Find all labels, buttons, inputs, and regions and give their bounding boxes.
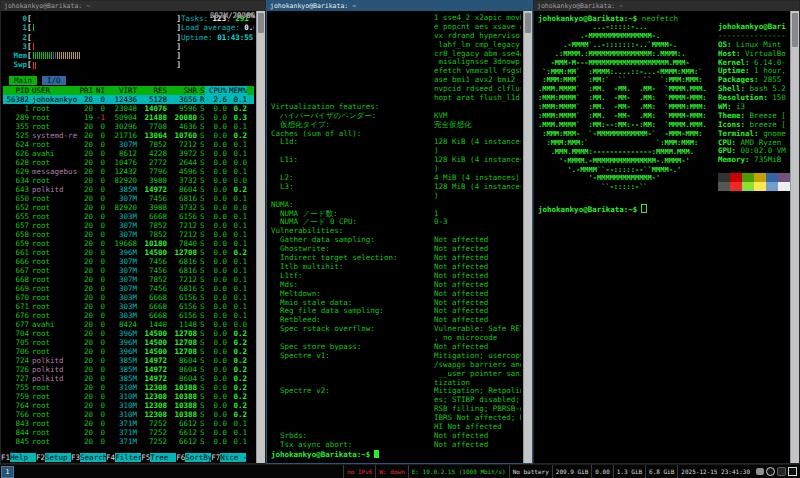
scrollbar[interactable]	[256, 11, 265, 463]
process-row[interactable]: 676 root 20 0 303M 6668 6156 S 0.0 0.1	[3, 311, 254, 320]
process-row[interactable]: 759 root 20 0 310M 12308 10388 S 0.0 0.2	[3, 392, 254, 401]
scrollbar-thumb[interactable]	[525, 13, 531, 33]
process-row[interactable]: 661 root 20 0 396M 14500 12708 S 0.0 0.2	[3, 248, 254, 257]
tray-icon-2[interactable]	[766, 467, 775, 476]
ni-cell: 0	[93, 320, 105, 329]
mem-cell: 0.1	[227, 221, 247, 230]
lscpu-line: Tsx async abort:Not affected	[271, 441, 521, 450]
process-row[interactable]: 657 root 20 0 307M 7852 7212 S 0.0 0.1	[3, 221, 254, 230]
process-row[interactable]: 726 polkitd 20 0 385M 14972 8604 S 0.0 0…	[3, 365, 254, 374]
state-cell: S	[197, 401, 205, 410]
process-row[interactable]: 755 root 20 0 310M 12308 10388 S 0.0 0.2	[3, 383, 254, 392]
col-ni[interactable]: NI	[93, 86, 105, 95]
process-row[interactable]: 671 root 20 0 303M 6668 6156 S 0.0 0.1	[3, 302, 254, 311]
process-row[interactable]: 634 root 20 0 82920 3988 3732 S 0.0 0.0	[3, 176, 254, 185]
state-cell: S	[197, 419, 205, 428]
process-row[interactable]: 724 polkitd 20 0 385M 14972 8604 S 0.0 0…	[3, 356, 254, 365]
scrollbar[interactable]	[523, 11, 532, 463]
process-row[interactable]: 668 root 20 0 307M 7852 7212 S 0.0 0.1	[3, 275, 254, 284]
function-key-button[interactable]: F1Help	[1, 453, 36, 462]
pri-cell: 20	[79, 293, 93, 302]
function-key-button[interactable]: F5Tree	[141, 453, 176, 462]
scrollbar[interactable]	[790, 11, 799, 463]
process-row[interactable]: 704 root 20 0 396M 14500 12708 S 0.0 0.2	[3, 329, 254, 338]
window-title[interactable]: johokankyo@Barikata: ~	[1, 1, 265, 11]
process-row[interactable]: 624 root 20 0 307M 7852 7212 S 0.0 0.1	[3, 140, 254, 149]
terminal-window-htop[interactable]: johokankyo@Barikata: ~ 0[0.0%]	[0, 0, 266, 464]
lscpu-line: misalignsse 3dnowpr	[271, 58, 521, 67]
process-row[interactable]: 764 root 20 0 310M 12308 10388 S 0.0 0.2	[3, 401, 254, 410]
col-pid[interactable]: PID	[3, 86, 29, 95]
process-row[interactable]: 845 root 20 0 371M 7252 6612 S 0.0 0.1	[3, 437, 254, 446]
shr-cell: 8604	[167, 185, 197, 194]
scrollbar-thumb[interactable]	[258, 13, 264, 33]
pid-cell: 643	[3, 185, 29, 194]
function-key-button[interactable]: F8N	[246, 453, 247, 462]
process-row[interactable]: 843 root 20 0 371M 7252 6612 S 0.0 0.1	[3, 419, 254, 428]
process-row[interactable]: 525 systemd-re 20 0 21716 13064 10760 S …	[3, 131, 254, 140]
ni-cell: 0	[93, 311, 105, 320]
col-virt[interactable]: VIRT	[105, 86, 137, 95]
function-key-button[interactable]: F6SortBy	[176, 453, 211, 462]
col-res[interactable]: RES	[137, 86, 167, 95]
res-cell: 7252	[137, 428, 167, 437]
col-mem[interactable]: MEM%	[227, 86, 247, 95]
process-row[interactable]: 626 avahi 20 0 8612 4228 3972 S 0.0 0.1	[3, 149, 254, 158]
process-row[interactable]: 658 root 20 0 307M 7852 7212 S 0.0 0.1	[3, 230, 254, 239]
process-row[interactable]: 705 root 20 0 396M 14500 12708 S 0.0 0.2	[3, 338, 254, 347]
tray-icon-4[interactable]	[788, 467, 797, 476]
col-user[interactable]: USER	[29, 86, 79, 95]
terminal-window-neofetch[interactable]: johokankyo@Barikata: ~ johokankyo@Barika…	[533, 0, 800, 464]
tab-io[interactable]: I/O	[42, 76, 66, 85]
process-row[interactable]: 289 root 19 -1 50904 21488 20080 S 0.0 0…	[3, 113, 254, 122]
process-row[interactable]: 659 root 20 0 19668 10180 7840 S 0.0 0.1	[3, 239, 254, 248]
function-key-button[interactable]: F4Filter	[106, 453, 141, 462]
palette-swatch	[766, 173, 778, 182]
tray-icon-3[interactable]	[777, 467, 786, 476]
window-title[interactable]: johokankyo@Barikata: ~	[267, 1, 532, 11]
process-row[interactable]: 669 root 20 0 307M 7456 6816 S 0.0 0.1	[3, 284, 254, 293]
process-row[interactable]: 355 root 20 0 30296 7708 4636 S 0.0 0.1	[3, 122, 254, 131]
process-row[interactable]: 670 root 20 0 303M 6668 6156 S 0.0 0.1	[3, 293, 254, 302]
tray-icon-1[interactable]	[756, 468, 764, 475]
function-key-button[interactable]: F3Search	[71, 453, 106, 462]
process-row[interactable]: 652 root 20 0 82920 3988 3732 S 0.0 0.0	[3, 203, 254, 212]
lscpu-line: efetch vmmcall fsgsb	[271, 67, 521, 76]
pid-cell: 667	[3, 266, 29, 275]
lscpu-line: Meltdown:Not affected	[271, 290, 521, 299]
process-row[interactable]: 655 root 20 0 303M 6668 6156 S 0.0 0.1	[3, 212, 254, 221]
process-row[interactable]: 56382 johokankyo 20 0 12436 5128 3656 R …	[3, 95, 254, 104]
process-row[interactable]: 727 polkitd 20 0 385M 14972 8604 S 0.0 0…	[3, 374, 254, 383]
process-row[interactable]: 650 root 20 0 307M 7456 6816 S 0.0 0.1	[3, 194, 254, 203]
process-row[interactable]: 628 root 20 0 10476 2772 2644 S 0.0 0.0	[3, 158, 254, 167]
pid-cell: 525	[3, 131, 29, 140]
process-table-header[interactable]: PID USER PRI NI VIRT RES SHR S CPU% MEM%	[3, 86, 254, 95]
terminal-window-lscpu[interactable]: johokankyo@Barikata: ~ 1 sse4_2 x2apic m…	[266, 0, 533, 464]
process-row[interactable]: 629 messagebus 20 0 12432 7796 4596 S 0.…	[3, 167, 254, 176]
window-title[interactable]: johokankyo@Barikata: ~	[534, 1, 799, 11]
process-row[interactable]: 706 root 20 0 396M 14500 12708 S 0.0 0.2	[3, 347, 254, 356]
process-row[interactable]: 666 root 20 0 307M 7456 6816 S 0.0 0.1	[3, 257, 254, 266]
workspace-button-1[interactable]: 1	[1, 466, 14, 478]
mem-cell: 0.2	[227, 356, 247, 365]
process-row[interactable]: 844 root 20 0 371M 7252 6612 S 0.0 0.1	[3, 428, 254, 437]
col-shr[interactable]: SHR	[167, 86, 197, 95]
tab-main[interactable]: Main	[9, 76, 37, 85]
process-row[interactable]: 1 root 20 0 23048 14076 9596 S 0.0 0.2	[3, 104, 254, 113]
ni-cell: 0	[93, 167, 105, 176]
text-cursor	[641, 204, 647, 213]
scrollbar-thumb[interactable]	[792, 13, 798, 47]
col-cpu-sort[interactable]: CPU%	[205, 86, 227, 95]
process-row[interactable]: 643 polkitd 20 0 385M 14972 8604 S 0.0 0…	[3, 185, 254, 194]
process-row[interactable]: 677 avahi 20 0 8424 1440 1148 S 0.0 0.0	[3, 320, 254, 329]
function-key-button[interactable]: F7Nice -	[211, 453, 246, 462]
palette-swatch	[778, 182, 790, 191]
res-cell: 5128	[137, 95, 167, 104]
cpu-cell: 0.0	[205, 374, 227, 383]
process-row[interactable]: 667 root 20 0 307M 7456 6816 S 0.0 0.1	[3, 266, 254, 275]
process-row[interactable]: 766 root 20 0 310M 12308 10388 S 0.0 0.2	[3, 410, 254, 419]
col-pri[interactable]: PRI	[79, 86, 93, 95]
function-key-button[interactable]: F2Setup	[36, 453, 71, 462]
col-state[interactable]: S	[197, 86, 205, 95]
ni-cell: 0	[93, 293, 105, 302]
